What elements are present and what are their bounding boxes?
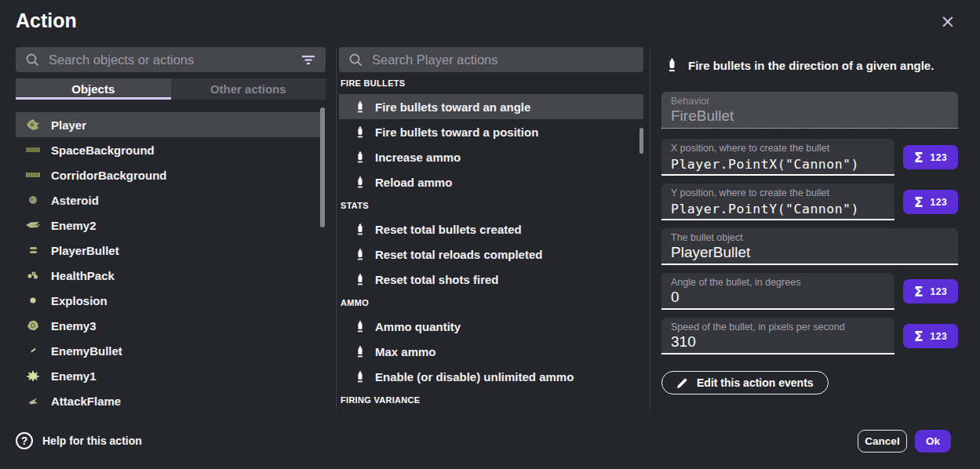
action-row-fire-bullets-toward-an-angle[interactable]: Fire bullets toward an angle [339, 94, 643, 119]
sigma-icon: Σ [914, 195, 924, 210]
objects-scrollbar[interactable] [320, 107, 325, 227]
field-angle-of-the-bullet-in-degrees[interactable]: Angle of the bullet, in degrees0 [661, 273, 894, 310]
tab-other-actions[interactable]: Other actions [171, 78, 326, 100]
action-dialog: Action × Objects Other actions PlayerSpa… [0, 0, 980, 469]
tab-objects[interactable]: Objects [16, 78, 171, 100]
action-label: Max ammo [375, 345, 436, 358]
bullet-icon [668, 57, 676, 73]
search-icon [25, 53, 39, 67]
object-row-enemy1[interactable]: Enemy1 [16, 363, 320, 388]
object-label: EnemyBullet [51, 344, 122, 358]
field-value: 310 [671, 333, 885, 351]
section-header-fire-bullets: FIRE BULLETS [339, 72, 643, 94]
action-row-fire-bullets-toward-a-position[interactable]: Fire bullets toward a position [339, 119, 643, 144]
ok-button[interactable]: Ok [915, 430, 951, 453]
expression-editor-button[interactable]: Σ123 [903, 324, 958, 348]
object-label: HealthPack [51, 269, 115, 282]
objects-search-bar[interactable] [16, 47, 326, 72]
expression-editor-button[interactable]: Σ123 [903, 279, 958, 304]
field-value: Player.PointY("Cannon") [671, 202, 885, 216]
space-background-sprite-icon [25, 144, 41, 156]
actions-search-bar[interactable] [339, 47, 643, 72]
object-row-explosion[interactable]: Explosion [16, 288, 320, 313]
action-label: Reset total bullets created [375, 223, 522, 236]
object-label: Explosion [51, 294, 107, 307]
expression-editor-button[interactable]: Σ123 [903, 145, 958, 169]
object-row-enemy2[interactable]: Enemy2 [16, 213, 320, 238]
object-label: Player [51, 118, 86, 132]
object-label: Enemy3 [51, 319, 97, 333]
field-label: X position, where to create the bullet [671, 143, 885, 154]
section-header-ammo: AMMO [339, 292, 643, 314]
object-row-healthpack[interactable]: HealthPack [16, 263, 320, 288]
action-row-increase-ammo[interactable]: Increase ammo [339, 144, 643, 169]
section-header-firing-variance: FIRING VARIANCE [339, 389, 643, 411]
object-row-player[interactable]: Player [16, 112, 320, 137]
action-list: FIRE BULLETSFire bullets toward an angle… [339, 72, 643, 411]
action-label: Enable (or disable) unlimited ammo [375, 370, 574, 384]
panel-divider [336, 47, 337, 411]
action-row-reset-total-bullets-created[interactable]: Reset total bullets created [339, 216, 643, 242]
object-row-asteroid[interactable]: Asteroid [16, 187, 320, 213]
field-row-y-position-where-to-create-the-bullet: Y position, where to create the bulletPl… [661, 184, 958, 220]
field-row-speed-of-the-bullet-in-pixels-per-second: Speed of the bullet, in pixels per secon… [661, 318, 958, 354]
edit-action-events-button[interactable]: Edit this action events [661, 371, 829, 394]
attack-flame-sprite-icon [25, 394, 41, 407]
action-row-reload-ammo[interactable]: Reload ammo [339, 169, 643, 195]
cancel-button[interactable]: Cancel [858, 430, 907, 453]
field-y-position-where-to-create-the-bullet[interactable]: Y position, where to create the bulletPl… [661, 184, 894, 220]
object-row-playerbullet[interactable]: PlayerBullet [16, 238, 320, 263]
field-value: 0 [671, 289, 885, 306]
sigma-icon: Σ [914, 150, 924, 165]
action-row-reset-total-reloads-completed[interactable]: Reset total reloads completed [339, 242, 643, 267]
edit-button-label: Edit this action events [697, 376, 814, 389]
field-label: Angle of the bullet, in degrees [671, 277, 885, 288]
object-row-spacebackground[interactable]: SpaceBackground [16, 137, 320, 162]
object-row-enemybullet[interactable]: EnemyBullet [16, 338, 320, 363]
bullet-icon [356, 151, 364, 164]
objects-tabstrip: Objects Other actions [16, 78, 326, 100]
field-the-bullet-object[interactable]: The bullet objectPlayerBullet [661, 228, 958, 265]
expression-editor-button[interactable]: Σ123 [903, 190, 958, 214]
object-label: PlayerBullet [51, 244, 119, 257]
bullet-icon [356, 273, 364, 286]
action-description-row: Fire bullets in the direction of a given… [661, 55, 964, 75]
object-label: AttackFlame [51, 394, 121, 408]
actions-scrollbar[interactable] [639, 128, 643, 154]
enemy3-sprite-icon [25, 319, 41, 332]
object-list: PlayerSpaceBackgroundCorridorBackgroundA… [16, 112, 320, 413]
enemy1-sprite-icon [25, 369, 41, 382]
expression-button-label: 123 [931, 286, 948, 297]
field-label: Behavior [671, 96, 949, 107]
field-x-position-where-to-create-the-bullet[interactable]: X position, where to create the bulletPl… [661, 139, 894, 176]
object-row-corridorbackground[interactable]: CorridorBackground [16, 162, 320, 187]
field-value: PlayerBullet [671, 244, 949, 261]
health-pack-sprite-icon [25, 269, 41, 282]
field-label: Speed of the bullet, in pixels per secon… [671, 322, 885, 333]
action-description: Fire bullets in the direction of a given… [688, 59, 934, 72]
objects-search-input[interactable] [47, 52, 293, 68]
action-label: Fire bullets toward an angle [375, 100, 530, 114]
action-label: Reset total shots fired [375, 273, 499, 286]
object-row-enemy3[interactable]: Enemy3 [16, 313, 320, 338]
filter-icon[interactable] [301, 53, 316, 66]
help-row[interactable]: ? Help for this action [16, 430, 142, 452]
action-row-enable-or-disable-unlimited-ammo[interactable]: Enable (or disable) unlimited ammo [339, 364, 643, 389]
actions-search-input[interactable] [370, 52, 634, 68]
action-label: Ammo quantity [375, 320, 461, 333]
field-speed-of-the-bullet-in-pixels-per-second[interactable]: Speed of the bullet, in pixels per secon… [661, 318, 894, 354]
action-row-ammo-quantity[interactable]: Ammo quantity [339, 314, 643, 339]
action-row-reset-total-shots-fired[interactable]: Reset total shots fired [339, 267, 643, 292]
action-row-max-ammo[interactable]: Max ammo [339, 339, 643, 364]
help-icon: ? [16, 432, 33, 449]
search-icon [348, 53, 362, 67]
field-value: Player.PointX("Cannon") [671, 157, 885, 172]
field-row-x-position-where-to-create-the-bullet: X position, where to create the bulletPl… [661, 139, 958, 176]
corridor-background-sprite-icon [25, 169, 41, 181]
asteroid-sprite-icon [25, 194, 41, 206]
object-row-attackflame[interactable]: AttackFlame [16, 388, 320, 413]
bullet-icon [356, 100, 364, 114]
action-label: Fire bullets toward a position [375, 125, 538, 139]
close-icon[interactable]: × [938, 11, 958, 31]
sigma-icon: Σ [914, 329, 924, 344]
